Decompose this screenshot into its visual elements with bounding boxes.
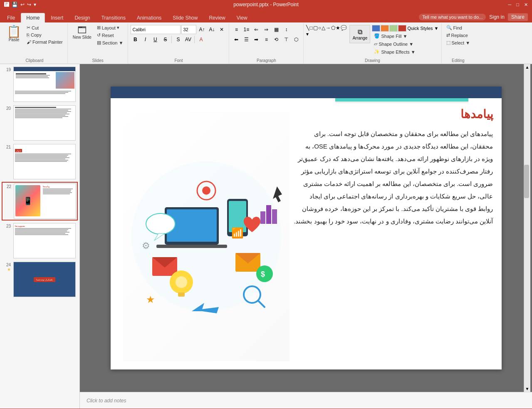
save-icon[interactable]: 💾 — [12, 2, 18, 7]
line-shape[interactable]: ╲ — [306, 25, 309, 31]
rect-shape[interactable]: □ — [309, 25, 312, 31]
restore-icon[interactable]: □ — [516, 2, 519, 7]
reset-button[interactable]: ↺ Reset — [95, 32, 126, 39]
slide-item-24[interactable]: 24★ باتشکر از توجه شما — [2, 261, 78, 298]
format-painter-button[interactable]: 🖌 Format Painter — [25, 39, 65, 45]
replace-button[interactable]: ⇄ Replace — [444, 32, 473, 39]
tab-view[interactable]: View — [231, 13, 253, 22]
slide-illustration: 📶 $ ★ — [123, 112, 290, 361]
editing-label: Editing — [444, 57, 473, 63]
cut-button[interactable]: ✂ Cut — [25, 24, 65, 31]
notes-bar[interactable]: Click to add notes — [80, 392, 532, 409]
sign-in-button[interactable]: Sign in — [489, 14, 505, 20]
svg-point-12 — [176, 276, 187, 288]
slide-num-24: 24★ — [2, 262, 11, 272]
font-color-button[interactable]: A — [196, 35, 205, 44]
tab-animations[interactable]: Animations — [131, 13, 167, 22]
font-label: Font — [131, 57, 226, 63]
justify-button[interactable]: ≡ — [262, 35, 271, 44]
redo-icon[interactable]: ↪ — [27, 2, 31, 7]
share-button[interactable]: Share — [508, 13, 528, 21]
slide-item-21[interactable]: 21 عنوان — [2, 143, 78, 180]
align-right-button[interactable]: ➡ — [252, 35, 261, 44]
section-button[interactable]: ▤ Section ▼ — [95, 39, 126, 46]
tab-file[interactable]: File — [2, 13, 20, 22]
slide-item-23[interactable]: 23 محدودیت‌ها — [2, 222, 78, 259]
shadow-button[interactable]: S — [173, 35, 183, 44]
bold-button[interactable]: B — [131, 35, 140, 44]
arrange-button[interactable]: ⧉ Arrange — [349, 25, 370, 43]
shape-effects-button[interactable]: ✨ Shape Effects ▼ — [372, 48, 438, 55]
align-center-button[interactable]: ☰ — [242, 35, 251, 44]
layout-button[interactable]: ⊞ Layout ▾ — [95, 24, 126, 31]
decrease-indent-button[interactable]: ⇐ — [252, 25, 261, 34]
line-spacing-button[interactable]: ↕ — [282, 25, 291, 34]
new-slide-button[interactable]: 🗔 New Slide — [70, 24, 94, 41]
slide-thumb-24[interactable]: باتشکر از توجه شما — [13, 262, 76, 297]
undo-icon[interactable]: ↩ — [20, 2, 25, 7]
slide-thumb-23[interactable]: محدودیت‌ها — [13, 223, 76, 258]
paste-button[interactable]: 📋 Paste — [4, 24, 24, 44]
style-orange[interactable] — [381, 25, 389, 32]
slide-thumb-21[interactable]: عنوان — [13, 144, 76, 179]
align-left-button[interactable]: ⬅ — [232, 35, 241, 44]
shape-outline-button[interactable]: ▱ Shape Outline ▼ — [372, 40, 438, 47]
tab-design[interactable]: Design — [69, 13, 95, 22]
minimize-icon[interactable]: ─ — [508, 2, 512, 7]
shape-fill-button[interactable]: 🪣 Shape Fill ▼ — [372, 32, 438, 40]
triangle-shape[interactable]: △ — [322, 25, 325, 31]
bullets-button[interactable]: ≡ — [232, 25, 241, 34]
numbering-button[interactable]: 1≡ — [242, 25, 251, 34]
pentagon-shape[interactable]: ⬠ — [331, 25, 335, 31]
slide-thumb-22[interactable]: 📱 پیامدها — [14, 183, 76, 219]
tab-transitions[interactable]: Transitions — [96, 13, 131, 22]
style-blue[interactable] — [372, 25, 380, 32]
slide-item-20[interactable]: 20 — [2, 104, 78, 141]
slide-thumb-20[interactable] — [13, 105, 76, 141]
underline-button[interactable]: U — [151, 35, 160, 44]
style-red[interactable] — [398, 25, 406, 32]
font-size-input[interactable] — [181, 25, 196, 34]
scroll-thumb[interactable] — [524, 165, 529, 198]
close-icon[interactable]: ✕ — [524, 2, 528, 7]
quick-styles-button[interactable]: Quick Styles ▼ — [407, 26, 438, 31]
find-button[interactable]: 🔍 Find — [444, 24, 473, 31]
smartart-button[interactable]: ⬡ — [292, 35, 301, 44]
font-size-decrease-button[interactable]: A↓ — [207, 25, 216, 34]
slide-item-19[interactable]: 19 — [2, 66, 78, 103]
scroll-down-button[interactable]: ▼ — [525, 386, 530, 392]
slide-and-scroll: ▲ ▼ — [80, 64, 532, 409]
align-text-button[interactable]: ⊤ — [282, 35, 291, 44]
callout-shape[interactable]: 💬 — [341, 25, 347, 31]
copy-button[interactable]: ⎘ Copy — [25, 32, 65, 38]
columns-button[interactable]: ▦ — [272, 25, 281, 34]
arrow-shape[interactable]: → — [326, 25, 331, 31]
scroll-up-button[interactable]: ▲ — [525, 64, 530, 70]
font-name-input[interactable] — [131, 25, 181, 34]
style-green[interactable] — [389, 25, 398, 32]
increase-indent-button[interactable]: ⇒ — [262, 25, 271, 34]
tab-insert[interactable]: Insert — [45, 13, 69, 22]
rounded-rect-shape[interactable]: ▢ — [313, 25, 318, 31]
tab-review[interactable]: Review — [203, 13, 230, 22]
customize-qat-icon[interactable]: ▾ — [34, 2, 36, 7]
tab-slideshow[interactable]: Slide Show — [167, 13, 203, 22]
section-icon: ▤ — [97, 40, 101, 45]
star-shape[interactable]: ★ — [336, 25, 340, 31]
strikethrough-button[interactable]: S — [161, 35, 170, 44]
slide-thumb-19[interactable] — [13, 67, 76, 102]
oval-shape[interactable]: ○ — [318, 25, 321, 31]
char-spacing-button[interactable]: AV — [183, 35, 193, 44]
slide-area: ▲ ▼ — [80, 64, 532, 392]
clear-formatting-button[interactable]: ✕ — [217, 25, 226, 34]
tab-home[interactable]: Home — [21, 13, 45, 22]
font-size-increase-button[interactable]: A↑ — [197, 25, 206, 34]
arrange-section: ⧉ Arrange — [349, 25, 370, 43]
text-direction-button[interactable]: ⟲ — [272, 35, 281, 44]
tell-me-box[interactable]: Tell me what you want to do... — [419, 14, 486, 20]
more-shapes[interactable]: ▾ — [306, 31, 309, 37]
italic-button[interactable]: I — [141, 35, 150, 44]
slide-num-23: 23 — [2, 223, 11, 228]
select-button[interactable]: ⬚ Select ▼ — [444, 39, 473, 46]
slide-item-22[interactable]: 22 📱 پیامدها — [2, 182, 78, 221]
